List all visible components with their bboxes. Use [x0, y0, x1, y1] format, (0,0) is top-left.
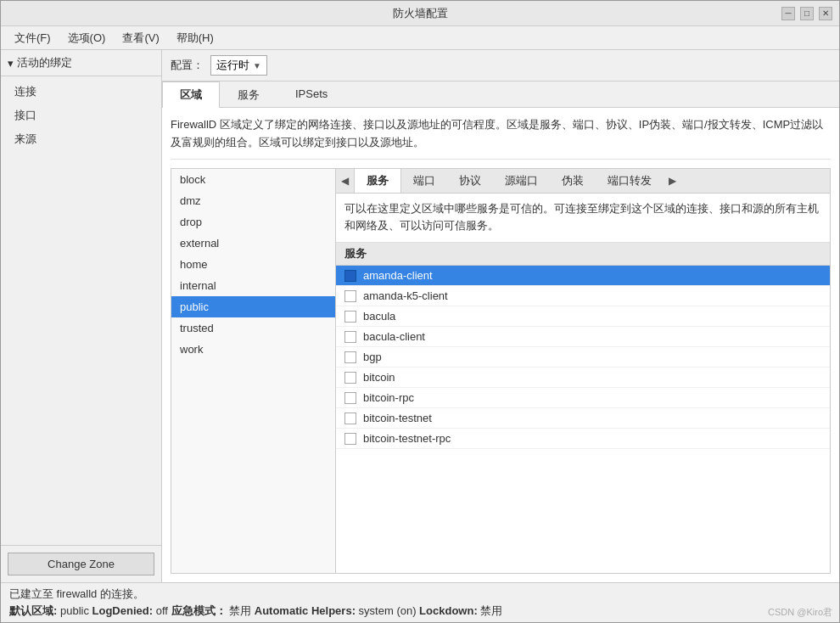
- zones-and-services: block dmz drop external home internal pu…: [171, 168, 831, 574]
- config-dropdown-value: 运行时: [216, 58, 249, 73]
- panel-content: FirewallD 区域定义了绑定的网络连接、接口以及源地址的可信程度。区域是服…: [162, 108, 839, 582]
- window-title: 防火墙配置: [393, 6, 448, 21]
- config-label: 配置：: [171, 58, 204, 73]
- service-checkbox-bacula[interactable]: [344, 311, 356, 323]
- service-checkbox-bgp[interactable]: [344, 351, 356, 363]
- zone-list: block dmz drop external home internal pu…: [171, 168, 336, 574]
- service-label-bitcoin-rpc: bitcoin-rpc: [363, 391, 414, 404]
- service-item-bacula[interactable]: bacula: [336, 306, 830, 327]
- tab-services[interactable]: 服务: [220, 81, 277, 108]
- service-item-amanda-client[interactable]: amanda-client: [336, 266, 830, 286]
- menu-view[interactable]: 查看(V): [115, 28, 165, 48]
- service-label-bitcoin: bitcoin: [363, 371, 395, 384]
- status-line2: 默认区域: public LogDenied: off 应急模式： 禁用 Aut…: [9, 603, 831, 619]
- sidebar-item-interfaces[interactable]: 接口: [1, 104, 161, 127]
- service-item-bgp[interactable]: bgp: [336, 347, 830, 368]
- service-label-bitcoin-testnet-rpc: bitcoin-testnet-rpc: [363, 432, 451, 445]
- service-checkbox-amanda-k5-client[interactable]: [344, 290, 356, 302]
- service-item-bacula-client[interactable]: bacula-client: [336, 327, 830, 347]
- change-zone-button[interactable]: Change Zone: [8, 553, 154, 575]
- service-checkbox-amanda-client[interactable]: [344, 270, 356, 282]
- zone-item-work[interactable]: work: [171, 339, 335, 360]
- status-emergency-value: 禁用: [229, 604, 255, 617]
- watermark: CSDN @Kiro君: [768, 606, 832, 619]
- service-item-bitcoin-rpc[interactable]: bitcoin-rpc: [336, 388, 830, 408]
- window-controls: ─ □ ✕: [781, 7, 832, 20]
- toolbar: 配置： 运行时 ▼: [162, 50, 839, 81]
- sidebar-nav: 连接 接口 来源: [1, 76, 161, 154]
- right-panel: 配置： 运行时 ▼ 区域 服务 IPSets FirewallD 区域定义了绑定…: [162, 50, 839, 582]
- sub-tab-protocols[interactable]: 协议: [447, 169, 493, 193]
- service-item-bitcoin[interactable]: bitcoin: [336, 368, 830, 388]
- status-default-zone-value: public: [60, 604, 92, 617]
- menu-options[interactable]: 选项(O): [61, 28, 113, 48]
- sub-tab-prev-arrow[interactable]: ◀: [336, 171, 354, 190]
- main-content: ▾ 活动的绑定 连接 接口 来源 Change Zone 配置： 运行时 ▼: [1, 50, 839, 582]
- zone-item-home[interactable]: home: [171, 254, 335, 275]
- tab-ipsets[interactable]: IPSets: [277, 81, 345, 108]
- config-dropdown[interactable]: 运行时 ▼: [210, 55, 267, 76]
- zone-item-drop[interactable]: drop: [171, 211, 335, 233]
- zone-item-trusted[interactable]: trusted: [171, 317, 335, 339]
- service-panel-description: 可以在这里定义区域中哪些服务是可信的。可连接至绑定到这个区域的连接、接口和源的所…: [336, 194, 830, 244]
- sidebar: ▾ 活动的绑定 连接 接口 来源 Change Zone: [1, 50, 162, 582]
- sub-tab-ports[interactable]: 端口: [401, 169, 447, 193]
- tab-zones[interactable]: 区域: [162, 81, 220, 108]
- sub-tabs: ◀ 服务 端口 协议 源端口 伪装 端口转发 ▶: [336, 169, 830, 194]
- service-label-bitcoin-testnet: bitcoin-testnet: [363, 412, 432, 424]
- menu-help[interactable]: 帮助(H): [170, 28, 221, 48]
- service-checkbox-bitcoin[interactable]: [344, 372, 356, 384]
- service-list-container: 服务 amanda-client amanda-k5-client: [336, 243, 830, 573]
- status-lockdown-value: 禁用: [480, 604, 502, 617]
- service-item-amanda-k5-client[interactable]: amanda-k5-client: [336, 286, 830, 306]
- sub-tab-port-forwarding[interactable]: 端口转发: [596, 169, 664, 193]
- zone-item-dmz[interactable]: dmz: [171, 190, 335, 211]
- sidebar-item-sources[interactable]: 来源: [1, 127, 161, 151]
- sidebar-arrow-icon: ▾: [8, 57, 14, 70]
- status-emergency-label: 应急模式：: [171, 604, 227, 617]
- service-list-header: 服务: [336, 243, 830, 266]
- sidebar-header-label: 活动的绑定: [17, 55, 72, 70]
- title-bar: 防火墙配置 ─ □ ✕: [1, 1, 839, 26]
- zone-item-external[interactable]: external: [171, 233, 335, 254]
- status-line1: 已建立至 firewalld 的连接。: [9, 587, 831, 602]
- service-item-bitcoin-testnet[interactable]: bitcoin-testnet: [336, 408, 830, 429]
- status-helpers-value: system (on): [359, 604, 420, 617]
- zone-item-block[interactable]: block: [171, 169, 335, 190]
- service-item-bitcoin-testnet-rpc[interactable]: bitcoin-testnet-rpc: [336, 429, 830, 449]
- service-panel: ◀ 服务 端口 协议 源端口 伪装 端口转发 ▶ 可以在这里定义区域中哪些服务是…: [336, 168, 831, 574]
- service-checkbox-bitcoin-testnet-rpc[interactable]: [344, 433, 356, 445]
- sidebar-bottom: Change Zone: [1, 545, 161, 582]
- sub-tab-next-arrow[interactable]: ▶: [664, 171, 681, 190]
- service-checkbox-bitcoin-testnet[interactable]: [344, 413, 356, 424]
- service-label-amanda-client: amanda-client: [363, 269, 433, 282]
- service-label-bgp: bgp: [363, 351, 382, 363]
- status-logdenied-label: LogDenied:: [92, 604, 154, 617]
- menu-file[interactable]: 文件(F): [8, 28, 58, 48]
- main-tabs: 区域 服务 IPSets: [162, 81, 839, 108]
- service-list: amanda-client amanda-k5-client bacula: [336, 266, 830, 449]
- service-label-amanda-k5-client: amanda-k5-client: [363, 289, 448, 302]
- minimize-button[interactable]: ─: [781, 7, 795, 20]
- sidebar-item-connections[interactable]: 连接: [1, 80, 161, 104]
- close-button[interactable]: ✕: [819, 7, 832, 20]
- service-label-bacula: bacula: [363, 310, 395, 323]
- service-checkbox-bacula-client[interactable]: [344, 331, 356, 343]
- zone-item-public[interactable]: public: [171, 296, 335, 317]
- sub-tab-source-ports[interactable]: 源端口: [493, 169, 550, 193]
- status-lockdown-label: Lockdown:: [419, 604, 478, 617]
- status-helpers-label: Automatic Helpers:: [255, 604, 356, 617]
- service-label-bacula-client: bacula-client: [363, 330, 425, 343]
- service-checkbox-bitcoin-rpc[interactable]: [344, 392, 356, 404]
- status-logdenied-value: off: [156, 604, 171, 617]
- config-dropdown-arrow: ▼: [253, 61, 261, 70]
- sub-tab-masquerade[interactable]: 伪装: [550, 169, 596, 193]
- sub-tab-services[interactable]: 服务: [354, 169, 401, 193]
- maximize-button[interactable]: □: [800, 7, 814, 20]
- status-bar: 已建立至 firewalld 的连接。 默认区域: public LogDeni…: [1, 582, 839, 622]
- main-window: 防火墙配置 ─ □ ✕ 文件(F) 选项(O) 查看(V) 帮助(H) ▾ 活动…: [0, 0, 840, 623]
- zone-item-internal[interactable]: internal: [171, 275, 335, 296]
- sidebar-header: ▾ 活动的绑定: [1, 50, 161, 76]
- menu-bar: 文件(F) 选项(O) 查看(V) 帮助(H): [1, 26, 839, 50]
- status-default-zone-label: 默认区域:: [9, 604, 57, 617]
